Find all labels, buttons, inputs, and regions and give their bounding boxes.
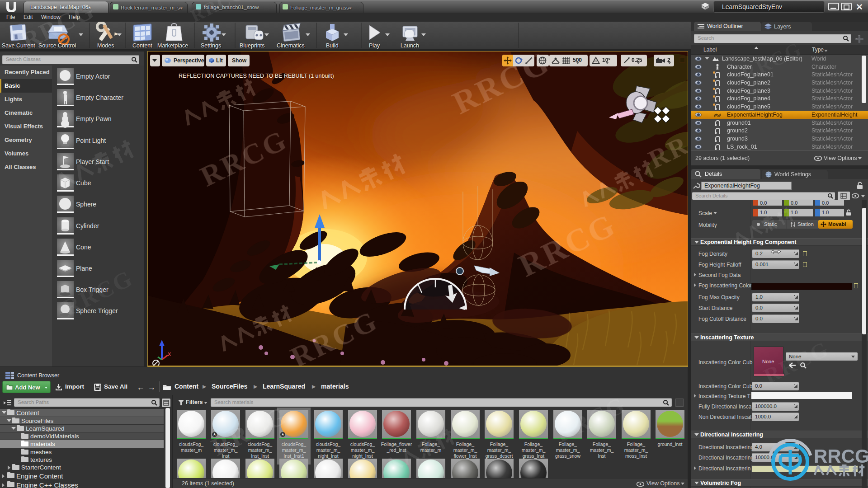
svg-text:X: X: [168, 352, 171, 357]
